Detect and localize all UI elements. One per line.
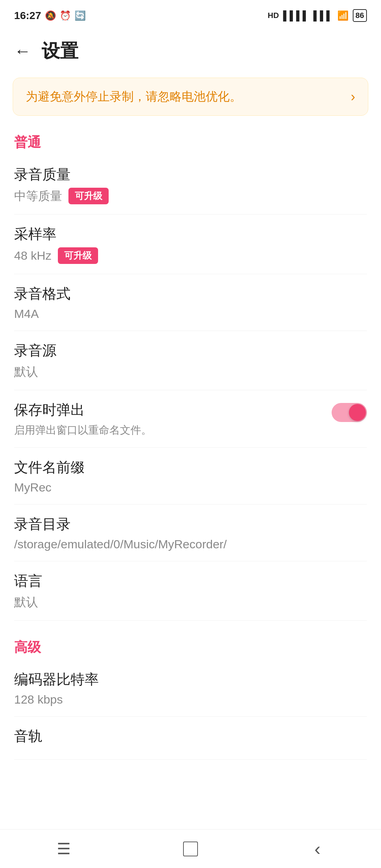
- setting-file-prefix[interactable]: 文件名前缀 MyRec: [0, 448, 381, 504]
- save-popup-sublabel: 启用弹出窗口以重命名文件。: [14, 423, 332, 438]
- setting-recording-dir[interactable]: 录音目录 /storage/emulated/0/Music/MyRecorde…: [0, 505, 381, 561]
- recording-quality-label: 录音质量: [14, 165, 367, 184]
- nav-menu[interactable]: ☰: [49, 835, 78, 863]
- battery-indicator: 86: [353, 9, 367, 22]
- toggle-knob: [349, 404, 366, 421]
- recording-quality-badge[interactable]: 可升级: [68, 188, 109, 204]
- menu-icon: ☰: [57, 840, 71, 858]
- misc-icon: 🔄: [74, 10, 86, 21]
- recording-source-value: 默认: [14, 364, 38, 380]
- signal-icon: ▌▌▌▌: [283, 10, 309, 21]
- banner-arrow-icon: ›: [351, 89, 355, 104]
- section-advanced-title: 高级: [0, 631, 381, 660]
- page-title: 设置: [42, 39, 78, 64]
- sample-rate-label: 采样率: [14, 224, 367, 244]
- setting-recording-quality[interactable]: 录音质量 中等质量 可升级: [0, 155, 381, 214]
- setting-sample-rate[interactable]: 采样率 48 kHz 可升级: [0, 215, 381, 274]
- section-general-title: 普通: [0, 126, 381, 155]
- page-header: ← 设置: [0, 28, 381, 71]
- bottom-nav: ☰ ‹: [0, 829, 381, 868]
- nav-back[interactable]: ‹: [303, 835, 332, 863]
- setting-audio-track[interactable]: 音轨: [0, 717, 381, 759]
- banner-text: 为避免意外停止录制，请忽略电池优化。: [26, 89, 344, 105]
- save-popup-toggle[interactable]: [332, 403, 367, 422]
- wifi-icon: 📶: [337, 10, 349, 21]
- recording-format-label: 录音格式: [14, 284, 367, 303]
- back-icon: ‹: [314, 838, 320, 860]
- nav-home[interactable]: [176, 835, 205, 863]
- setting-language[interactable]: 语言 默认: [0, 561, 381, 620]
- bitrate-value: 128 kbps: [14, 693, 63, 706]
- recording-quality-value: 中等质量: [14, 188, 62, 204]
- silent-icon: 🔕: [45, 10, 56, 21]
- save-popup-left: 保存时弹出 启用弹出窗口以重命名文件。: [14, 400, 332, 438]
- alarm-icon: ⏰: [60, 10, 71, 21]
- save-popup-toggle-container: [332, 403, 367, 422]
- recording-dir-label: 录音目录: [14, 514, 367, 534]
- hd-icon: HD: [268, 11, 279, 20]
- recording-format-value: M4A: [14, 307, 39, 321]
- language-label: 语言: [14, 571, 367, 591]
- sample-rate-badge[interactable]: 可升级: [58, 247, 98, 264]
- bitrate-label: 编码器比特率: [14, 670, 367, 689]
- home-icon: [183, 842, 198, 856]
- setting-recording-source[interactable]: 录音源 默认: [0, 331, 381, 390]
- sample-rate-value: 48 kHz: [14, 249, 52, 263]
- recording-dir-value: /storage/emulated/0/Music/MyRecorder/: [14, 537, 227, 551]
- time-display: 16:27: [14, 10, 41, 22]
- status-icons: HD ▌▌▌▌ ▌▌▌ 📶 86: [268, 9, 367, 22]
- back-button[interactable]: ←: [14, 43, 31, 60]
- status-bar: 16:27 🔕 ⏰ 🔄 HD ▌▌▌▌ ▌▌▌ 📶 86: [0, 0, 381, 28]
- recording-source-label: 录音源: [14, 341, 367, 360]
- divider: [14, 620, 367, 621]
- file-prefix-label: 文件名前缀: [14, 458, 367, 477]
- file-prefix-value: MyRec: [14, 481, 52, 494]
- language-value: 默认: [14, 594, 38, 610]
- setting-bitrate[interactable]: 编码器比特率 128 kbps: [0, 660, 381, 716]
- setting-recording-format[interactable]: 录音格式 M4A: [0, 274, 381, 331]
- signal2-icon: ▌▌▌: [313, 10, 333, 21]
- audio-track-label: 音轨: [14, 727, 367, 746]
- setting-save-popup[interactable]: 保存时弹出 启用弹出窗口以重命名文件。: [0, 390, 381, 447]
- save-popup-label: 保存时弹出: [14, 400, 332, 420]
- status-time: 16:27 🔕 ⏰ 🔄: [14, 10, 86, 22]
- battery-optimization-banner[interactable]: 为避免意外停止录制，请忽略电池优化。 ›: [13, 78, 368, 116]
- battery-level: 86: [356, 11, 364, 20]
